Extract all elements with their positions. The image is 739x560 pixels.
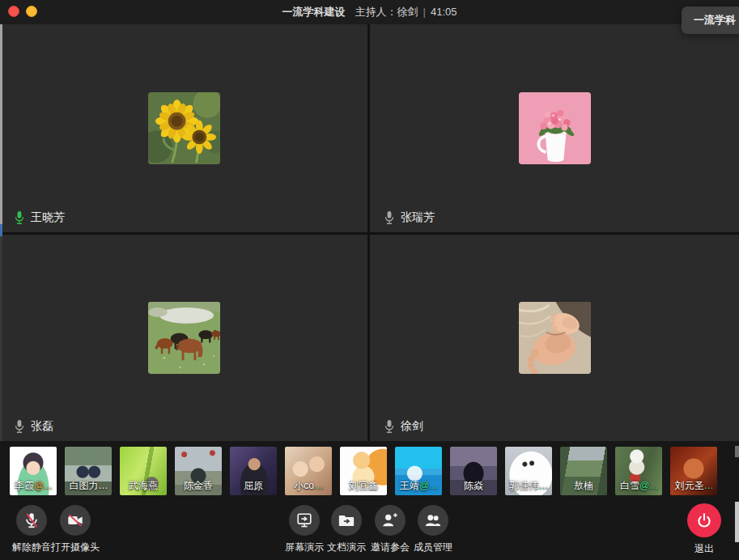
sunflower-image [148,92,220,164]
title-bar: 一流学科建设主持人：徐剑|41:05 [0,0,739,24]
video-tile-zhangruifang[interactable]: 张瑞芳 [370,24,739,232]
video-tile-wangxiaofang[interactable]: 王晓芳 [0,24,367,232]
thumbnail-name: 王靖@… [395,479,442,493]
participant-thumbnail[interactable]: 刘元圣… [670,447,717,495]
tile-name-label: 徐剑 [384,419,423,434]
host-label: 主持人：徐剑 [355,6,418,18]
thumbnail-name: 屈原 [230,479,277,493]
doc-share-button[interactable]: 文档演示 [327,505,366,554]
invite-button[interactable]: 邀请参会 [371,505,410,554]
members-button[interactable]: 成员管理 [414,505,452,554]
thumbnail-name: 李霞@… [10,479,57,493]
mic-icon [384,419,395,434]
thumbnail-name: 白图力… [65,479,112,493]
screen-share-button[interactable]: 屏幕演示 [285,505,324,554]
thumbnail-name: 刘宜鑫 [340,479,387,493]
thumbnail-name: 小co… [285,479,332,493]
background-window-edge [0,236,2,441]
participant-thumbnail[interactable]: 郭佳伟… [505,447,552,495]
participant-thumbnail[interactable]: 屈原 [230,447,277,495]
participant-thumbnail[interactable]: 小co… [285,447,332,495]
thumbnail-name: 陈焱 [450,479,497,493]
video-tile-xujian[interactable]: 徐剑 [370,235,739,441]
meeting-window: 一流学科建设主持人：徐剑|41:05 一流学科 [0,0,739,560]
document-share-icon [331,505,362,536]
participant-thumbnail[interactable]: 李霞@… [10,447,57,495]
open-camera-button[interactable]: 打开摄像头 [51,505,100,554]
mic-icon [384,210,395,225]
exit-button[interactable]: 退出 [687,503,721,556]
thumbnail-name: 白雪@… [615,479,662,493]
thumbnail-name: 刘元圣… [670,479,717,493]
toolbar: 解除静音 打开摄像头 屏幕演示 文档演示 邀请参会 [0,502,739,560]
background-window-edge [0,24,2,224]
title-separator: | [423,6,426,18]
baby-feet-image [519,302,591,374]
participant-thumbnail[interactable]: 白雪@… [615,447,662,495]
participant-thumbnail[interactable]: 武海燕 [120,447,167,495]
power-icon [687,503,721,537]
video-grid: 王晓芳 [0,24,739,441]
background-window-edge [0,224,2,236]
thumbnail-name: 陈金香 [175,479,222,493]
window-title: 一流学科建设主持人：徐剑|41:05 [0,0,739,24]
background-scrollbar-edge [735,502,739,542]
participant-name: 徐剑 [401,419,423,434]
screen-share-icon [289,505,320,536]
thumbnail-name: 敖楠 [560,479,607,493]
members-icon [418,505,448,536]
thumbnail-name: 武海燕 [120,479,167,493]
participant-thumbnail[interactable]: 陈金香 [175,447,222,495]
participant-thumbnail[interactable]: 敖楠 [560,447,607,495]
tile-name-label: 王晓芳 [14,210,65,225]
camera-off-icon [60,505,91,536]
participant-name: 王晓芳 [31,210,65,225]
participant-name: 张瑞芳 [401,210,435,225]
mic-muted-icon [16,505,47,536]
horses-image [148,302,220,374]
invite-person-icon [375,505,406,536]
participant-thumbnail[interactable]: 王靖@… [395,447,442,495]
participant-thumbnail[interactable]: 刘宜鑫 [340,447,387,495]
thumbnail-name: 郭佳伟… [505,479,552,493]
participant-thumbnail[interactable]: 陈焱 [450,447,497,495]
elapsed-time: 41:05 [431,6,457,18]
meeting-title: 一流学科建设 [282,6,346,18]
mic-icon [14,419,25,434]
tile-name-label: 张瑞芳 [384,210,435,225]
unmute-button[interactable]: 解除静音 [12,505,51,554]
flower-vase-image [519,92,591,164]
film-strip: 李霞@… 白图力… 武海燕 陈金香 屈原 小co… 刘宜鑫 王靖@… 陈焱 郭佳… [0,441,739,502]
background-window-edge [735,446,739,457]
mic-icon [14,210,25,225]
participant-name: 张磊 [31,419,53,434]
meeting-name-tooltip: 一流学科 [682,6,739,34]
tile-name-label: 张磊 [14,419,53,434]
video-tile-zhanglei[interactable]: 张磊 [0,235,367,441]
participant-thumbnail[interactable]: 白图力… [65,447,112,495]
